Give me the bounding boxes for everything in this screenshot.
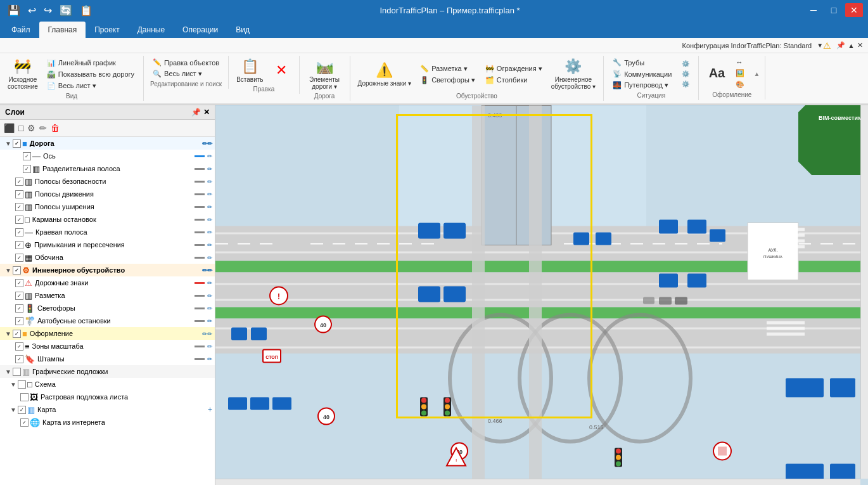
layer-markings[interactable]: ▥ Разметка ✏ bbox=[0, 289, 215, 302]
btn-extra1[interactable]: ⚙️ bbox=[678, 59, 693, 68]
layer-map[interactable]: ▼ ▥ Карта + bbox=[0, 403, 215, 416]
checkbox-axis[interactable] bbox=[23, 152, 31, 160]
checkbox-stamps[interactable] bbox=[15, 355, 23, 363]
btn-linear-chart[interactable]: 📊 Линейный график bbox=[43, 58, 138, 68]
layer-shoulder[interactable]: ▦ Обочина ✏ bbox=[0, 251, 215, 264]
redo-icon[interactable]: ↪ bbox=[41, 3, 54, 18]
add-map-icon[interactable]: + bbox=[208, 405, 212, 414]
layer-raster[interactable]: 🖼 Растровая подложка листа bbox=[0, 391, 215, 403]
layer-group-engineering[interactable]: ▼ ⚙ Инженерное обустройство ✏✏ bbox=[0, 264, 215, 276]
checkbox-map[interactable] bbox=[18, 406, 26, 414]
layer-scale-zones[interactable]: ≡ Зоны масштаба ✏ bbox=[0, 340, 215, 352]
layer-delete-icon[interactable]: 🗑 bbox=[49, 122, 61, 134]
layer-stamps[interactable]: 🔖 Штампы ✏ bbox=[0, 352, 215, 365]
btn-delete[interactable]: ✕ bbox=[269, 61, 294, 81]
btn-full-sheet[interactable]: 📄 Весь лист ▾ bbox=[43, 81, 138, 91]
undo-icon[interactable]: ↩ bbox=[25, 3, 39, 18]
btn-paste[interactable]: 📋 Вставить bbox=[234, 57, 265, 84]
layer-internet-map[interactable]: 🌐 Карта из интернета bbox=[0, 416, 215, 429]
checkbox-scale[interactable] bbox=[15, 342, 23, 351]
expand-design-icon[interactable]: ▼ bbox=[5, 330, 13, 337]
checkbox-eng[interactable] bbox=[13, 266, 21, 275]
ribbon-min-icon[interactable]: ▲ bbox=[848, 42, 855, 49]
checkbox-shoulder[interactable] bbox=[15, 254, 23, 262]
dropdown-icon[interactable]: ▼ bbox=[817, 42, 823, 49]
clipboard-icon[interactable]: 📋 bbox=[77, 3, 95, 18]
layer-safety[interactable]: ▥ Полосы безопасности ✏ bbox=[0, 175, 215, 188]
layer-group-backgrounds[interactable]: ▼ ▥ Графические подложки bbox=[0, 365, 215, 378]
toolbar-icons[interactable]: 💾 ↩ ↪ 🔄 📋 bbox=[5, 3, 95, 18]
btn-traffic-lights[interactable]: 🚦 Светофоры ▾ bbox=[416, 75, 479, 86]
checkbox-road[interactable] bbox=[13, 139, 21, 148]
layer-divider[interactable]: ▥ Разделительная полоса ✏ bbox=[0, 162, 215, 175]
btn-text-format[interactable]: Aa bbox=[704, 65, 729, 83]
layer-busstops[interactable]: 🚏 Автобусные остановки ✏ bbox=[0, 314, 215, 327]
btn-markings[interactable]: 📏 Разметка ▾ bbox=[416, 63, 479, 74]
checkbox-widening[interactable] bbox=[15, 203, 23, 211]
ribbon-close-icon[interactable]: ✕ bbox=[857, 41, 863, 49]
btn-extra2[interactable]: ⚙️ bbox=[678, 69, 693, 79]
btn-pipes[interactable]: 🔧 Трубы bbox=[609, 57, 675, 68]
layer-signs[interactable]: ⚠ Дорожные знаки ✏ bbox=[0, 276, 215, 289]
tab-operations[interactable]: Операции bbox=[174, 22, 227, 38]
checkbox-raster[interactable] bbox=[20, 393, 29, 401]
checkbox-markings[interactable] bbox=[15, 292, 23, 300]
layer-lanes[interactable]: ▥ Полосы движения ✏ bbox=[0, 188, 215, 200]
layer-tl[interactable]: 🚦 Светофоры ✏ bbox=[0, 302, 215, 314]
checkbox-bays[interactable] bbox=[15, 216, 23, 224]
btn-overpass[interactable]: 🌉 Путепровод ▾ bbox=[609, 80, 675, 91]
close-button[interactable]: ✕ bbox=[845, 3, 863, 17]
btn-initial-state[interactable]: 🚧 Исходноесостояние bbox=[5, 57, 41, 91]
btn-road-signs[interactable]: ⚠️ Дорожные знаки ▾ bbox=[355, 61, 414, 88]
btn-zoom[interactable]: ↔ bbox=[732, 57, 748, 67]
checkbox-edge[interactable] bbox=[15, 228, 23, 236]
collapse-all-icon[interactable]: ⬛ bbox=[3, 122, 16, 134]
btn-engineering[interactable]: ⚙️ Инженерноеобустройство ▾ bbox=[549, 57, 598, 91]
btn-search[interactable]: 🔍 Весь лист ▾ bbox=[149, 68, 223, 79]
expand-schema-icon[interactable]: ▼ bbox=[10, 381, 18, 388]
layer-widening[interactable]: ▥ Полосы уширения ✏ bbox=[0, 200, 215, 213]
layer-group-design[interactable]: ▼ ■ Оформление ✏✏ bbox=[0, 327, 215, 340]
window-controls[interactable]: ─ □ ✕ bbox=[805, 3, 863, 17]
tab-file[interactable]: Файл bbox=[3, 22, 39, 38]
btn-extra3[interactable]: ⚙️ bbox=[678, 79, 693, 89]
layer-group-road[interactable]: ▼ ■ Дорога ✏✏ bbox=[0, 137, 215, 150]
layer-schema[interactable]: ▼ □ Схема bbox=[0, 378, 215, 391]
pin-icon[interactable]: 📌 bbox=[836, 41, 845, 49]
btn-color[interactable]: 🎨 bbox=[732, 79, 748, 90]
expand-bg-icon[interactable]: ▼ bbox=[5, 368, 13, 375]
expand-all-icon[interactable]: □ bbox=[17, 122, 25, 134]
refresh-icon[interactable]: 🔄 bbox=[57, 3, 75, 18]
canvas-area[interactable]: ! СТОП 40 40 40 bbox=[215, 105, 868, 485]
horizontal-scrollbar[interactable] bbox=[215, 479, 860, 485]
expand-road-icon[interactable]: ▼ bbox=[5, 140, 13, 147]
btn-show-road[interactable]: 🛣️ Показывать всю дорогу bbox=[43, 69, 138, 80]
collapse-icon[interactable]: ▲ bbox=[753, 70, 760, 77]
btn-road-elements[interactable]: 🛤️ Элементыдороги ▾ bbox=[307, 57, 342, 91]
checkbox-busstops[interactable] bbox=[15, 317, 23, 325]
save-icon[interactable]: 💾 bbox=[5, 3, 23, 18]
layer-edit-icon[interactable]: ✏ bbox=[38, 122, 48, 134]
layer-bays[interactable]: □ Карманы остановок ✏ bbox=[0, 213, 215, 226]
checkbox-signs[interactable] bbox=[15, 279, 23, 287]
checkbox-schema[interactable] bbox=[18, 380, 26, 389]
expand-map-icon[interactable]: ▼ bbox=[10, 406, 18, 413]
btn-edit-objects[interactable]: ✏️ Правка объектов bbox=[149, 57, 223, 68]
tab-project[interactable]: Проект bbox=[86, 22, 129, 38]
btn-image[interactable]: 🖼️ bbox=[732, 68, 748, 79]
tab-data[interactable]: Данные bbox=[129, 22, 174, 38]
vertical-scrollbar[interactable] bbox=[860, 105, 868, 479]
maximize-button[interactable]: □ bbox=[825, 3, 843, 17]
checkbox-divider[interactable] bbox=[23, 165, 31, 173]
checkbox-bg[interactable] bbox=[13, 368, 21, 376]
layer-settings-icon[interactable]: ⚙ bbox=[26, 122, 37, 134]
checkbox-internet-map[interactable] bbox=[20, 418, 29, 427]
layer-intersections[interactable]: ⊕ Примыкания и пересечения ✏ bbox=[0, 238, 215, 251]
pin-panel-icon[interactable]: 📌 bbox=[191, 108, 201, 117]
btn-communications[interactable]: 📡 Коммуникации bbox=[609, 68, 675, 79]
checkbox-design[interactable] bbox=[13, 330, 21, 338]
checkbox-tl[interactable] bbox=[15, 304, 23, 313]
tab-main[interactable]: Главная bbox=[39, 22, 86, 38]
checkbox-safety[interactable] bbox=[15, 178, 23, 186]
expand-eng-icon[interactable]: ▼ bbox=[5, 267, 13, 274]
